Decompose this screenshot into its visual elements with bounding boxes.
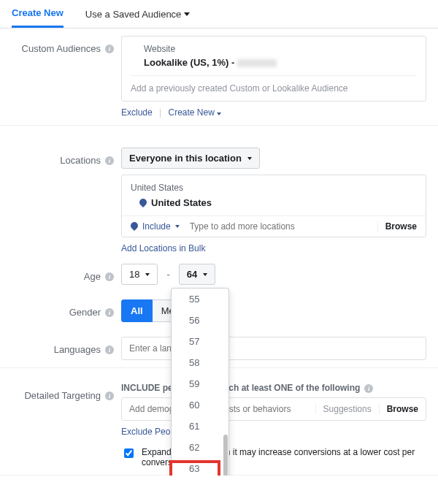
create-new-link[interactable]: Create New xyxy=(169,107,222,118)
location-scope-dropdown[interactable]: Everyone in this location xyxy=(121,148,260,169)
location-item[interactable]: United States xyxy=(139,197,417,208)
languages-label: Languages xyxy=(54,344,101,355)
expand-interests-checkbox[interactable] xyxy=(124,448,134,458)
redacted-text xyxy=(237,59,277,67)
age-option[interactable]: 59 xyxy=(172,373,228,394)
pin-icon xyxy=(131,222,138,231)
locations-label: Locations xyxy=(60,155,101,166)
age-max-dropdown[interactable]: 64 xyxy=(179,264,215,285)
dt-include-header: INCLUDE people who match at least ONE of… xyxy=(121,383,360,393)
chevron-down-icon xyxy=(145,273,150,276)
custom-audiences-label: Custom Audiences xyxy=(22,43,101,54)
chevron-down-icon xyxy=(175,225,180,228)
age-dash: - xyxy=(166,269,169,280)
age-dropdown-list[interactable]: 5556575859606162636465+ xyxy=(172,289,228,476)
info-icon[interactable]: i xyxy=(105,392,114,400)
audience-name[interactable]: Lookalike (US, 1%) - xyxy=(144,57,417,68)
browse-locations-button[interactable]: Browse xyxy=(377,221,417,232)
chevron-down-icon xyxy=(203,273,207,276)
tab-saved-label: Use a Saved Audience xyxy=(85,9,182,20)
info-icon[interactable]: i xyxy=(105,156,114,165)
age-option[interactable]: 63 xyxy=(172,458,228,476)
gender-all-button[interactable]: All xyxy=(121,299,153,322)
location-group-header: United States xyxy=(131,183,417,193)
age-label: Age xyxy=(84,271,101,282)
detailed-targeting-label: Detailed Targeting xyxy=(24,390,101,401)
scrollbar[interactable] xyxy=(223,435,228,476)
age-option[interactable]: 60 xyxy=(172,394,228,416)
suggestions-button[interactable]: Suggestions xyxy=(315,404,380,414)
age-option[interactable]: 58 xyxy=(172,352,228,373)
info-icon[interactable]: i xyxy=(105,345,114,354)
tab-saved-audience[interactable]: Use a Saved Audience xyxy=(85,1,191,27)
chevron-down-icon xyxy=(217,112,221,115)
age-min-dropdown[interactable]: 18 xyxy=(121,264,158,285)
separator: | xyxy=(159,107,161,118)
info-icon[interactable]: i xyxy=(105,272,114,281)
age-option[interactable]: 56 xyxy=(172,310,228,331)
info-icon[interactable]: i xyxy=(105,308,114,317)
exclude-link[interactable]: Exclude xyxy=(121,107,153,118)
chevron-down-icon xyxy=(247,157,252,160)
languages-input[interactable] xyxy=(121,337,426,360)
gender-label: Gender xyxy=(69,307,101,318)
info-icon[interactable]: i xyxy=(105,45,114,53)
age-option[interactable]: 61 xyxy=(172,416,228,437)
info-icon[interactable]: i xyxy=(364,384,373,393)
audience-site-label: Website xyxy=(144,44,417,54)
pin-icon xyxy=(139,199,147,207)
location-input[interactable] xyxy=(188,221,377,232)
age-option[interactable]: 55 xyxy=(172,289,228,310)
chevron-down-icon xyxy=(184,12,190,16)
age-option[interactable]: 57 xyxy=(172,331,228,352)
audience-input[interactable]: Add a previously created Custom or Looka… xyxy=(131,75,417,93)
age-option[interactable]: 62 xyxy=(172,437,228,458)
include-dropdown[interactable]: Include xyxy=(131,221,180,232)
tab-create-new[interactable]: Create New xyxy=(12,0,64,28)
browse-button[interactable]: Browse xyxy=(380,404,426,414)
bulk-locations-link[interactable]: Add Locations in Bulk xyxy=(121,243,205,253)
